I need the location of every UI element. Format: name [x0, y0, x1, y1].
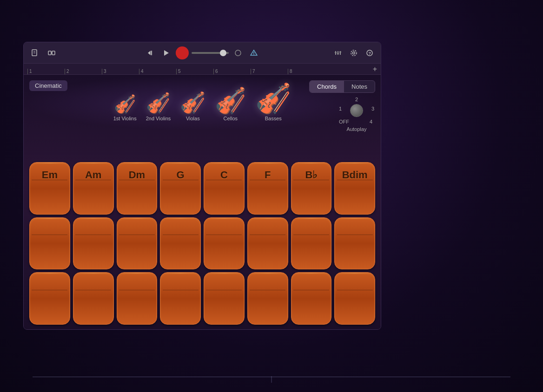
chord-button-1-3[interactable]	[160, 217, 201, 270]
add-track-button[interactable]: +	[373, 65, 377, 73]
chord-button-0-4[interactable]: C	[204, 162, 245, 215]
autoplay-label-off: OFF	[339, 119, 349, 124]
chord-button-1-5[interactable]	[247, 217, 288, 270]
autoplay-label-3: 3	[371, 106, 374, 111]
play-button[interactable]	[160, 46, 173, 59]
svg-point-16	[335, 52, 337, 53]
metronome-button[interactable]	[232, 46, 245, 59]
svg-text:?: ?	[369, 51, 371, 56]
svg-rect-3	[48, 51, 51, 55]
chord-button-0-1[interactable]: Am	[73, 162, 114, 215]
record-button[interactable]	[176, 46, 189, 59]
mode-toggle: Chords Notes	[309, 80, 375, 93]
ruler-mark-7: 7	[251, 69, 288, 74]
preset-badge: Cinematic	[29, 80, 67, 91]
svg-marker-6	[148, 51, 151, 55]
autoplay-area: 2 1 3 OFF 4 Autoplay	[338, 97, 375, 132]
chord-name-3: G	[177, 169, 185, 181]
violas-label: Violas	[186, 116, 200, 121]
svg-point-19	[353, 52, 355, 54]
chord-name-1: Am	[85, 169, 101, 181]
chord-button-2-3[interactable]	[160, 272, 201, 325]
svg-point-18	[339, 51, 341, 53]
ruler-mark-6: 6	[213, 69, 251, 74]
chord-button-0-3[interactable]: G	[160, 162, 201, 215]
basses-label: Basses	[265, 116, 282, 121]
chord-button-2-4[interactable]	[204, 272, 245, 325]
transport-controls	[144, 46, 260, 59]
chord-button-1-4[interactable]	[204, 217, 245, 270]
notes-toggle-button[interactable]: Notes	[344, 81, 375, 92]
mixer-button[interactable]	[331, 46, 344, 59]
ruler-marks: 1 2 3 4 5 6 7 8	[27, 64, 325, 74]
svg-point-12	[253, 54, 254, 55]
autoplay-label: Autoplay	[347, 126, 367, 132]
chord-button-2-0[interactable]	[29, 272, 70, 325]
cellos-icon: 🎻	[215, 88, 246, 113]
1st-violins-label: 1st Violins	[113, 116, 137, 121]
skip-back-button[interactable]	[144, 46, 157, 59]
svg-point-17	[337, 52, 339, 54]
chord-button-0-6[interactable]: B♭	[291, 162, 332, 215]
autoplay-label-2: 2	[355, 97, 358, 102]
svg-rect-4	[52, 51, 55, 55]
instrument-basses[interactable]: 🎻 Basses	[255, 84, 291, 121]
chord-button-2-6[interactable]	[291, 272, 332, 325]
settings-button[interactable]	[347, 46, 360, 59]
overview-button[interactable]	[45, 46, 58, 59]
autoplay-knob-container: 2 1 3 OFF 4	[338, 97, 375, 124]
volume-knob[interactable]	[220, 50, 226, 56]
chord-button-1-1[interactable]	[73, 217, 114, 270]
chords-toggle-button[interactable]: Chords	[310, 81, 344, 92]
chord-button-0-5[interactable]: F	[247, 162, 288, 215]
chord-name-6: B♭	[305, 169, 317, 181]
chord-button-0-0[interactable]: Em	[29, 162, 70, 215]
chord-name-4: C	[220, 169, 228, 181]
2nd-violins-label: 2nd Violins	[146, 116, 171, 121]
chord-button-0-2[interactable]: Dm	[117, 162, 158, 215]
new-document-button[interactable]	[28, 46, 41, 59]
right-toolbar: ?	[331, 46, 376, 59]
svg-marker-8	[164, 50, 169, 56]
svg-point-9	[235, 50, 241, 56]
main-content: Cinematic Chords Notes 2 1 3 OFF 4	[24, 75, 381, 329]
cellos-label: Cellos	[223, 116, 238, 121]
chord-button-2-7[interactable]	[334, 272, 375, 325]
chord-name-0: Em	[42, 169, 58, 181]
chord-button-1-7[interactable]	[334, 217, 375, 270]
ruler-mark-2: 2	[65, 69, 102, 74]
help-button[interactable]: ?	[363, 46, 376, 59]
chord-button-1-0[interactable]	[29, 217, 70, 270]
ruler-mark-8: 8	[288, 69, 325, 74]
chord-button-1-6[interactable]	[291, 217, 332, 270]
toolbar: ?	[24, 42, 381, 64]
chords-grid: EmAmDmGCFB♭Bdim	[24, 157, 381, 329]
autoplay-label-4: 4	[370, 119, 372, 124]
ruler: 1 2 3 4 5 6 7 8 +	[24, 64, 381, 75]
app-window: ? 1 2 3 4 5 6 7 8 + Cinematic	[23, 42, 381, 330]
chord-name-2: Dm	[129, 169, 145, 181]
scroll-center-tick	[272, 376, 272, 383]
instrument-2nd-violins[interactable]: 🎻 2nd Violins	[146, 93, 171, 121]
chord-name-5: F	[265, 169, 271, 181]
chord-button-2-1[interactable]	[73, 272, 114, 325]
chord-button-0-7[interactable]: Bdim	[334, 162, 375, 215]
instrument-violas[interactable]: 🎻 Violas	[180, 92, 205, 121]
chord-button-1-2[interactable]	[117, 217, 158, 270]
instrument-area: Cinematic Chords Notes 2 1 3 OFF 4	[24, 75, 381, 329]
volume-slider[interactable]	[192, 52, 229, 54]
1st-violins-icon: 🎻	[114, 95, 136, 113]
svg-rect-7	[151, 51, 152, 55]
ruler-mark-3: 3	[102, 69, 139, 74]
ruler-mark-4: 4	[139, 69, 176, 74]
chord-name-7: Bdim	[342, 169, 368, 181]
instrument-cellos[interactable]: 🎻 Cellos	[215, 88, 246, 121]
chord-button-2-2[interactable]	[117, 272, 158, 325]
instrument-1st-violins[interactable]: 🎻 1st Violins	[113, 95, 137, 121]
2nd-violins-icon: 🎻	[146, 93, 170, 113]
basses-icon: 🎻	[255, 84, 291, 113]
autoplay-knob[interactable]	[350, 104, 363, 117]
chord-button-2-5[interactable]	[247, 272, 288, 325]
ruler-mark-1: 1	[27, 69, 65, 74]
tuner-button[interactable]	[247, 46, 260, 59]
